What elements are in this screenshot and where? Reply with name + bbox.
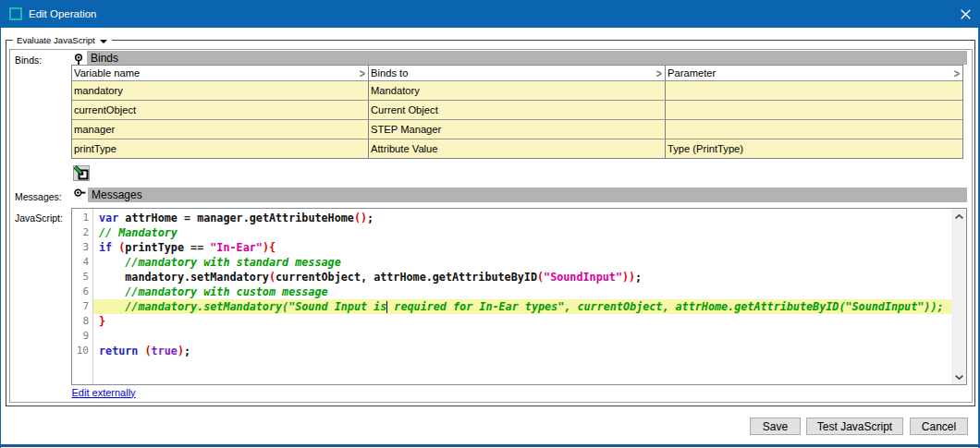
column-header-label: Parameter [668,67,716,79]
close-icon[interactable] [958,7,973,20]
code-line [93,329,951,344]
caret-down-icon [100,40,107,43]
javascript-label: JavaScript: [15,212,63,224]
operation-type-dropdown[interactable]: Evaluate JavaScript [13,35,112,46]
binds-row[interactable]: mandatoryMandatory [72,80,962,100]
binds-cell[interactable]: Type (PrintType) [665,139,962,158]
binds-cell[interactable] [665,120,962,139]
column-header-parameter[interactable]: Parameter> [665,66,962,80]
binds-row[interactable]: managerSTEP Manager [72,119,962,139]
binds-table-header-row: Variable name>Binds to>Parameter> [72,66,962,80]
cancel-button[interactable]: Cancel [910,418,968,435]
binds-section-title: Binds [91,52,118,65]
binds-section-header: Binds [87,51,967,65]
code-line: return (true); [93,344,951,358]
pin-icon [74,54,83,66]
chevron-right-icon: > [360,67,366,80]
binds-row[interactable]: printTypeAttribute ValueType (PrintType) [72,139,962,158]
binds-cell[interactable] [665,81,962,100]
operation-type-label: Evaluate JavaScript [17,35,95,46]
binds-table: Variable name>Binds to>Parameter> mandat… [71,65,963,159]
code-line: if (printType == "In-Ear"){ [93,240,951,255]
code-line: mandatory.setMandatory(currentObject, at… [93,270,951,285]
binds-cell[interactable]: manager [72,120,368,139]
window-border-left [0,28,1,448]
line-number: 8 [72,314,92,329]
line-number: 4 [72,255,92,270]
binds-label: Binds: [15,54,42,67]
column-header-label: Binds to [371,67,408,79]
line-number: 10 [72,344,92,358]
binds-cell[interactable]: Mandatory [368,81,665,100]
binds-cell[interactable]: STEP Manager [368,120,665,139]
app-square-icon [9,7,22,20]
code-line: } [93,314,951,329]
binds-cell[interactable]: Current Object [368,101,665,119]
code-line: //mandatory with custom message [93,285,951,299]
code-line: // Mandatory [93,225,951,240]
save-button[interactable]: Save [750,418,801,435]
chevron-up-icon[interactable] [951,209,966,224]
messages-label: Messages: [15,191,62,203]
line-number: 5 [72,270,92,285]
binds-cell[interactable]: mandatory [72,81,368,100]
binds-cell[interactable] [665,101,962,119]
editor-code-area[interactable]: var attrHome = manager.getAttributeHome(… [93,209,951,384]
binds-row[interactable]: currentObjectCurrent Object [72,100,962,119]
binds-cell[interactable]: printType [72,139,368,158]
code-line: //mandatory.setMandatory("Sound Input is… [93,299,951,314]
javascript-editor[interactable]: 12345678910 var attrHome = manager.getAt… [71,208,967,385]
chevron-right-icon: > [954,67,961,80]
messages-section-title: Messages [92,188,142,201]
line-number: 6 [72,285,92,299]
code-line: //mandatory with standard message [93,255,951,270]
messages-section-header: Messages [88,188,967,202]
line-number: 1 [72,211,92,225]
line-number: 2 [72,225,92,240]
edit-externally-link[interactable]: Edit externally [72,387,136,398]
edit-operation-dialog: Edit Operation Evaluate JavaScript Binds… [0,0,980,448]
column-header-binds-to[interactable]: Binds to> [368,66,665,80]
chevron-down-icon[interactable] [951,369,966,384]
line-number: 7 [72,299,92,314]
window-border-bottom [0,444,980,447]
column-header-label: Variable name [74,67,140,79]
editor-line-numbers: 12345678910 [72,209,93,384]
titlebar[interactable]: Edit Operation [0,0,980,28]
line-number: 3 [72,240,92,255]
edit-pencil-icon [73,165,90,181]
window-title: Edit Operation [29,0,97,28]
binds-cell[interactable]: currentObject [72,101,368,119]
code-line: var attrHome = manager.getAttributeHome(… [93,211,951,225]
line-number: 9 [72,329,92,344]
key-icon [74,188,86,198]
multi-edit-button[interactable] [73,165,90,180]
test-javascript-button[interactable]: Test JavaScript [806,418,903,435]
editor-vertical-scrollbar[interactable] [951,209,966,384]
binds-cell[interactable]: Attribute Value [368,139,665,158]
column-header-variable-name[interactable]: Variable name> [72,66,368,80]
chevron-right-icon: > [656,67,663,80]
